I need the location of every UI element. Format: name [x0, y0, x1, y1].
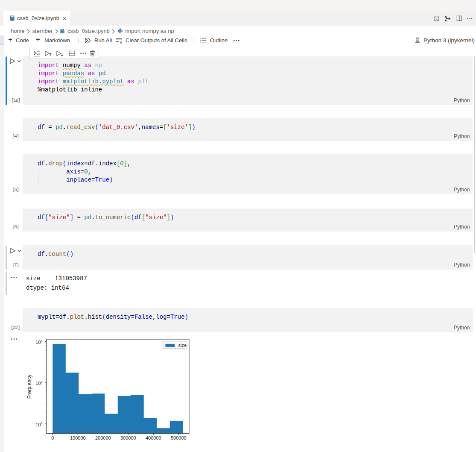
svg-text:107: 107 — [35, 381, 42, 386]
svg-text:108: 108 — [35, 340, 42, 345]
svg-text:400000: 400000 — [146, 435, 161, 440]
svg-text:200000: 200000 — [95, 435, 111, 440]
svg-text:100000: 100000 — [70, 435, 86, 440]
svg-text:Frequency: Frequency — [26, 375, 32, 399]
svg-text:size: size — [178, 343, 187, 348]
svg-text:500000: 500000 — [171, 435, 187, 440]
svg-text:106: 106 — [35, 422, 42, 427]
svg-text:300000: 300000 — [120, 435, 136, 440]
svg-text:0: 0 — [51, 435, 54, 440]
